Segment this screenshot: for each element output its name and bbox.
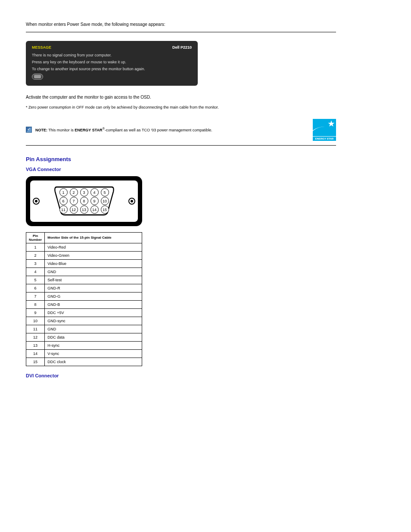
note-icon xyxy=(26,127,32,133)
pin-signal-cell: GND-B xyxy=(45,300,142,308)
note-text: NOTE: This monitor is ENERGY STAR®-compl… xyxy=(35,127,212,133)
pin-signal-cell: GND-sync xyxy=(45,317,142,325)
pin-number-cell: 11 xyxy=(26,325,45,333)
divider-2 xyxy=(26,145,336,146)
intro-text: When monitor enters Power Save mode, the… xyxy=(26,22,336,28)
vga-pin: 5 xyxy=(101,188,109,196)
table-row: 5Self-test xyxy=(26,276,142,284)
pin-signal-cell: Video-Red xyxy=(45,243,142,251)
vga-pin: 11 xyxy=(59,205,68,214)
vga-pin: 3 xyxy=(80,188,88,196)
pin-signal-cell: GND-G xyxy=(45,292,142,300)
vga-input-icon xyxy=(32,74,43,80)
vga-pin: 4 xyxy=(90,188,99,196)
energy-star-label: ENERGY STAR xyxy=(313,136,336,141)
table-row: 10GND-sync xyxy=(26,317,142,325)
vga-pin: 6 xyxy=(59,197,68,205)
pin-number-cell: 13 xyxy=(26,341,45,349)
energy-star-logo: ENERGY STAR xyxy=(313,119,336,141)
table-row: 4GND xyxy=(26,268,142,276)
pin-signal-cell: GND xyxy=(45,268,142,276)
pin-signal-cell: Video-Blue xyxy=(45,259,142,268)
connector-screw-icon xyxy=(33,198,40,205)
vga-pin: 8 xyxy=(80,197,88,205)
sub-heading-vga: VGA Connector xyxy=(26,167,336,172)
body-text-2: * Zero power consumption in OFF mode can… xyxy=(26,105,336,110)
vga-pin-row-1: 1 2 3 4 5 xyxy=(59,188,109,196)
pin-number-cell: 9 xyxy=(26,308,45,317)
osd-title: MESSAGE xyxy=(32,45,51,50)
osd-model: Dell P2210 xyxy=(172,45,192,50)
pin-assignment-table: Pin Number Monitor Side of the 15-pin Si… xyxy=(26,232,142,366)
pin-number-cell: 5 xyxy=(26,276,45,284)
table-row: 11GND xyxy=(26,325,142,333)
pin-number-cell: 14 xyxy=(26,349,45,358)
table-row: 12DDC data xyxy=(26,333,142,341)
divider xyxy=(26,32,336,32)
connector-screw-icon xyxy=(128,198,135,205)
osd-line-1: There is no signal coming from your comp… xyxy=(32,53,192,57)
pin-signal-cell: Video-Green xyxy=(45,251,142,259)
pin-number-cell: 15 xyxy=(26,358,45,366)
pin-number-cell: 10 xyxy=(26,317,45,325)
pin-number-cell: 4 xyxy=(26,268,45,276)
pin-number-cell: 6 xyxy=(26,284,45,292)
table-row: 13H-sync xyxy=(26,341,142,349)
body-text-1: Activate the computer and the monitor to… xyxy=(26,94,336,100)
osd-line-2: Press any key on the keyboard or mouse t… xyxy=(32,60,192,64)
table-row: 1Video-Red xyxy=(26,243,142,251)
table-row: 9DDC +5V xyxy=(26,308,142,317)
table-row: 3Video-Blue xyxy=(26,259,142,268)
table-row: 7GND-G xyxy=(26,292,142,300)
vga-connector-diagram: 1 2 3 4 5 6 7 8 9 10 11 xyxy=(26,176,142,226)
pin-signal-cell: DDC clock xyxy=(45,358,142,366)
vga-pin-row-3: 11 12 13 14 15 xyxy=(59,205,109,214)
pin-number-cell: 7 xyxy=(26,292,45,300)
table-header-signal: Monitor Side of the 15-pin Signal Cable xyxy=(45,232,142,243)
table-header-pin: Pin Number xyxy=(26,232,45,243)
pin-signal-cell: GND-R xyxy=(45,284,142,292)
table-row: 6GND-R xyxy=(26,284,142,292)
osd-message-box: MESSAGE Dell P2210 There is no signal co… xyxy=(26,41,198,86)
pin-signal-cell: Self-test xyxy=(45,276,142,284)
note-row: NOTE: This monitor is ENERGY STAR®-compl… xyxy=(26,127,304,133)
vga-pin: 15 xyxy=(101,205,109,214)
pin-signal-cell: DDC data xyxy=(45,333,142,341)
pin-number-cell: 12 xyxy=(26,333,45,341)
vga-pin: 1 xyxy=(59,188,68,196)
section-heading-pin-assignments: Pin Assignments xyxy=(26,156,336,162)
vga-pin-row-2: 6 7 8 9 10 xyxy=(59,197,109,205)
vga-pin: 10 xyxy=(101,197,109,205)
pin-number-cell: 3 xyxy=(26,259,45,268)
vga-pin: 9 xyxy=(90,197,99,205)
vga-pin: 7 xyxy=(70,197,78,205)
table-row: 15DDC clock xyxy=(26,358,142,366)
pin-signal-cell: V-sync xyxy=(45,349,142,358)
pin-number-cell: 8 xyxy=(26,300,45,308)
pin-signal-cell: DDC +5V xyxy=(45,308,142,317)
vga-pin: 14 xyxy=(90,205,99,214)
vga-pin: 12 xyxy=(70,205,78,214)
table-row: 2Video-Green xyxy=(26,251,142,259)
vga-pin: 13 xyxy=(80,205,88,214)
osd-line-3: To change to another input source press … xyxy=(32,67,192,71)
table-row: 14V-sync xyxy=(26,349,142,358)
pin-signal-cell: GND xyxy=(45,325,142,333)
sub-heading-dvi: DVI Connector xyxy=(26,373,336,378)
pin-number-cell: 2 xyxy=(26,251,45,259)
vga-pin: 2 xyxy=(70,188,78,196)
pin-signal-cell: H-sync xyxy=(45,341,142,349)
table-row: 8GND-B xyxy=(26,300,142,308)
pin-number-cell: 1 xyxy=(26,243,45,251)
